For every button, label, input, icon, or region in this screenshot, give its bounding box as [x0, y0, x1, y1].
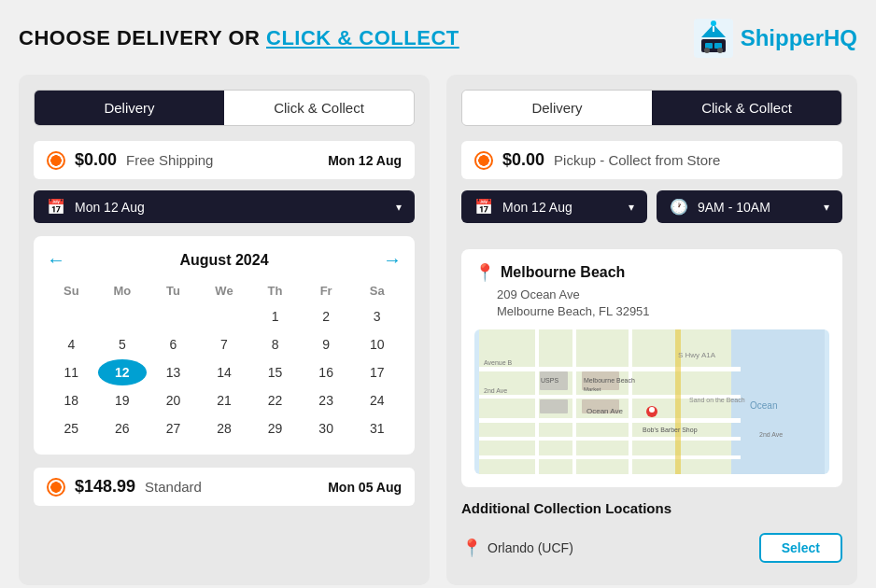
calendar-prev-button[interactable]: ← [47, 249, 65, 271]
right-tab-delivery[interactable]: Delivery [462, 91, 652, 125]
pickup-option: $0.00 Pickup - Collect from Store [461, 141, 842, 179]
svg-text:Bob's Barber Shop: Bob's Barber Shop [643, 427, 698, 434]
cal-cell-14[interactable]: 14 [200, 359, 249, 385]
cal-cell-10[interactable]: 10 [352, 331, 402, 357]
cal-cell-17[interactable]: 17 [352, 359, 402, 385]
free-shipping-option: $0.00 Free Shipping Mon 12 Aug [34, 141, 415, 179]
shipperhq-logo-icon [694, 19, 733, 58]
svg-text:Ocean: Ocean [750, 400, 777, 411]
logo: ShipperHQ [694, 19, 857, 58]
standard-shipping-radio[interactable] [47, 478, 65, 497]
cal-cell-9[interactable]: 9 [302, 331, 351, 357]
cal-header-tu: Tu [148, 280, 198, 301]
svg-point-32 [649, 407, 655, 413]
cal-cell-23[interactable]: 23 [302, 387, 351, 413]
cal-cell-5[interactable]: 5 [98, 331, 148, 357]
left-date-value: Mon 12 Aug [75, 200, 387, 215]
calendar-next-button[interactable]: → [383, 249, 402, 271]
svg-rect-17 [572, 329, 576, 474]
time-chevron-icon: ▾ [824, 201, 829, 214]
chevron-down-icon: ▾ [396, 201, 402, 214]
calendar-month-title: August 2024 [179, 252, 268, 269]
cal-cell-29[interactable]: 29 [250, 415, 300, 441]
standard-shipping-option: $148.99 Standard Mon 05 Aug [34, 468, 415, 506]
left-tab-delivery[interactable]: Delivery [35, 91, 224, 125]
standard-shipping-price: $148.99 [75, 477, 135, 497]
calendar-nav: ← August 2024 → [47, 249, 402, 271]
cal-cell-16[interactable]: 16 [302, 359, 351, 385]
map-svg: S Hwy A1A Ocean USPS Melbourne Beach Mar… [474, 329, 829, 474]
svg-rect-18 [629, 329, 632, 474]
cal-cell-13[interactable]: 13 [148, 359, 198, 385]
page-header: CHOOSE DELIVERY OR CLICK & COLLECT Shipp… [19, 19, 857, 58]
cal-cell-30[interactable]: 30 [302, 415, 351, 441]
free-shipping-date: Mon 12 Aug [328, 153, 402, 168]
free-shipping-radio[interactable] [47, 151, 65, 170]
cal-header-sa: Sa [352, 280, 402, 301]
svg-text:USPS: USPS [541, 377, 558, 384]
left-tab-collect[interactable]: Click & Collect [224, 91, 414, 125]
cal-cell-empty [47, 303, 96, 329]
cal-cell-21[interactable]: 21 [200, 387, 249, 413]
location-map: S Hwy A1A Ocean USPS Melbourne Beach Mar… [474, 329, 829, 474]
pickup-label: Pickup - Collect from Store [554, 152, 829, 168]
cal-cell-26[interactable]: 26 [98, 415, 148, 441]
cal-cell-27[interactable]: 27 [148, 415, 198, 441]
calendar-icon: 📅 [47, 198, 65, 216]
page-title: CHOOSE DELIVERY OR CLICK & COLLECT [19, 26, 459, 50]
standard-shipping-date: Mon 05 Aug [328, 480, 402, 495]
cal-header-su: Su [47, 280, 96, 301]
cal-cell-19[interactable]: 19 [98, 387, 148, 413]
left-tab-bar: Delivery Click & Collect [34, 90, 415, 126]
cal-cell-24[interactable]: 24 [352, 387, 402, 413]
time-dropdown[interactable]: 🕐 9AM - 10AM ▾ [657, 190, 842, 223]
cal-cell-4[interactable]: 4 [47, 331, 96, 357]
additional-locations-label: Additional Collection Locations [461, 500, 842, 516]
cal-cell-1[interactable]: 1 [250, 303, 300, 329]
cal-cell-6[interactable]: 6 [148, 331, 198, 357]
cal-cell-11[interactable]: 11 [47, 359, 96, 385]
cal-cell-22[interactable]: 22 [250, 387, 300, 413]
cal-cell-28[interactable]: 28 [200, 415, 249, 441]
cal-cell-3[interactable]: 3 [352, 303, 402, 329]
left-date-dropdown[interactable]: 📅 Mon 12 Aug ▾ [34, 190, 415, 223]
svg-rect-2 [705, 43, 713, 49]
svg-text:Melbourne Beach: Melbourne Beach [584, 377, 635, 384]
right-date-dropdown[interactable]: 📅 Mon 12 Aug ▾ [461, 190, 647, 223]
cal-cell-2[interactable]: 2 [302, 303, 351, 329]
cal-header-th: Th [250, 280, 300, 301]
logo-text: ShipperHQ [741, 25, 857, 51]
svg-text:Market: Market [584, 386, 601, 392]
svg-rect-3 [714, 43, 722, 49]
location-item-left: 📍 Orlando (UCF) [461, 538, 573, 558]
cal-cell-12-today[interactable]: 12 [98, 359, 148, 385]
svg-point-8 [717, 48, 723, 53]
cal-cell-20[interactable]: 20 [148, 387, 198, 413]
orlando-pin-icon: 📍 [461, 538, 482, 558]
location-card: 📍 Melbourne Beach 209 Ocean Ave Melbourn… [461, 249, 842, 487]
right-dropdowns-row: 📅 Mon 12 Aug ▾ 🕐 9AM - 10AM ▾ [461, 190, 842, 236]
cal-cell-8[interactable]: 8 [250, 331, 300, 357]
free-shipping-label: Free Shipping [126, 152, 318, 168]
svg-text:Sand on the Beach: Sand on the Beach [689, 397, 745, 403]
cal-header-we: We [200, 280, 249, 301]
cal-cell-15[interactable]: 15 [250, 359, 300, 385]
cal-cell-31[interactable]: 31 [352, 415, 402, 441]
cal-cell-empty [98, 303, 148, 329]
cal-cell-25[interactable]: 25 [47, 415, 96, 441]
logo-text-black: Shipper [741, 25, 824, 50]
select-button[interactable]: Select [759, 533, 842, 563]
svg-rect-14 [479, 437, 741, 441]
left-panel: Delivery Click & Collect $0.00 Free Ship… [19, 75, 430, 585]
svg-point-7 [704, 48, 710, 53]
logo-text-blue: HQ [824, 25, 857, 50]
pickup-radio[interactable] [474, 151, 493, 170]
cal-header-fr: Fr [302, 280, 351, 301]
cal-cell-empty [148, 303, 198, 329]
location-address-line1: 209 Ocean Ave [497, 287, 829, 303]
svg-rect-15 [479, 455, 741, 459]
right-tab-collect[interactable]: Click & Collect [652, 91, 841, 125]
cal-cell-empty [200, 303, 249, 329]
cal-cell-18[interactable]: 18 [47, 387, 96, 413]
cal-cell-7[interactable]: 7 [200, 331, 249, 357]
